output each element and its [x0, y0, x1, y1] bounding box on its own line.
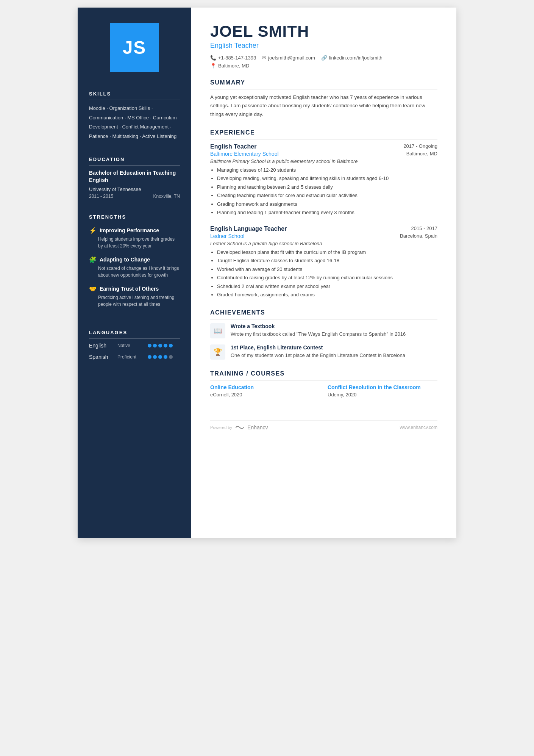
- experience-item-1: English Teacher 2017 - Ongoing Baltimore…: [210, 143, 437, 216]
- linkedin-text: linkedin.com/in/joelsmith: [329, 55, 383, 61]
- education-section: EDUCATION Bachelor of Education in Teach…: [78, 149, 191, 207]
- dot: [153, 355, 157, 359]
- lang-name-english: English: [89, 343, 117, 349]
- achievement-2: 🏆 1st Place, English Literature Contest …: [210, 344, 437, 360]
- book-icon: 📖: [210, 323, 225, 338]
- dot-empty: [169, 355, 173, 359]
- dot: [148, 355, 151, 359]
- lang-name-spanish: Spanish: [89, 354, 117, 360]
- dot: [164, 355, 167, 359]
- bullet: Planning and leading 1 parent-teacher me…: [217, 209, 437, 216]
- contact-row: 📞 +1-885-147-1393 ✉ joelsmith@gmail.com …: [210, 55, 437, 61]
- bullet: Grading homework and assignments: [217, 200, 437, 208]
- location-icon: 📍: [210, 63, 216, 69]
- enhancv-logo-icon: [235, 424, 244, 430]
- achievement-1: 📖 Wrote a Textbook Wrote my first textbo…: [210, 323, 437, 338]
- dot: [153, 344, 157, 347]
- strength-name-2: Adapting to Change: [100, 257, 150, 263]
- exp-bullets-1: Managing classes of 12-20 students Devel…: [210, 166, 437, 216]
- dot: [164, 344, 167, 347]
- bullet: Developed lesson plans that fit with the…: [217, 249, 437, 256]
- bullet: Planning and teaching between 2 and 5 cl…: [217, 183, 437, 191]
- exp-company-row-2: Ledner School Barcelona, Spain: [210, 233, 437, 239]
- lang-level-spanish: Proficient: [117, 354, 148, 360]
- bullet: Graded homework, assignments, and exams: [217, 291, 437, 299]
- contact-phone: 📞 +1-885-147-1393: [210, 55, 256, 61]
- ach-title-2: 1st Place, English Literature Contest: [231, 344, 405, 351]
- puzzle-icon: 🧩: [89, 256, 97, 263]
- lang-level-english: Native: [117, 343, 148, 348]
- edu-school: University of Tennessee: [89, 186, 180, 192]
- dot: [158, 355, 162, 359]
- trophy-icon: 🏆: [210, 344, 225, 360]
- location-row: 📍 Baltimore, MD: [210, 63, 437, 69]
- strength-desc-3: Practicing active listening and treating…: [89, 294, 180, 308]
- achievements-section: ACHIEVEMENTS 📖 Wrote a Textbook Wrote my…: [210, 309, 437, 360]
- ach-title-1: Wrote a Textbook: [231, 323, 406, 329]
- achievements-title: ACHIEVEMENTS: [210, 309, 437, 319]
- exp-location-1: Baltimore, MD: [406, 151, 437, 157]
- avatar: JS: [110, 23, 159, 72]
- handshake-icon: 🤝: [89, 285, 97, 293]
- strength-title-2: 🧩 Adapting to Change: [89, 256, 180, 263]
- exp-title-1: English Teacher: [210, 143, 256, 150]
- summary-title: SUMMARY: [210, 79, 437, 89]
- strength-title-3: 🤝 Earning Trust of Others: [89, 285, 180, 293]
- ach-desc-2: One of my students won 1st place at the …: [231, 352, 405, 359]
- edu-years: 2011 - 2015: [89, 194, 113, 199]
- ach-content-2: 1st Place, English Literature Contest On…: [231, 344, 405, 359]
- ach-content-1: Wrote a Textbook Wrote my first textbook…: [231, 323, 406, 338]
- skills-section: SKILLS Moodle · Organization Skills · Co…: [78, 83, 191, 149]
- bullet: Worked with an average of 20 students: [217, 266, 437, 273]
- education-title: EDUCATION: [89, 157, 180, 166]
- strength-item-1: ⚡ Improving Performance Helping students…: [89, 227, 180, 249]
- languages-section: LANGUAGES English Native Spanish Profici…: [78, 322, 191, 373]
- exp-company-1: Baltimore Elementary School: [210, 151, 279, 157]
- sidebar: JS SKILLS Moodle · Organization Skills ·…: [78, 8, 191, 538]
- exp-dates-1: 2017 - Ongoing: [403, 143, 437, 149]
- training-section: TRAINING / COURSES Online Education eCor…: [210, 370, 437, 398]
- footer-brand: Powered by Enhancv: [210, 424, 268, 430]
- dot: [169, 344, 173, 347]
- powered-by-text: Powered by: [210, 425, 232, 430]
- avatar-container: JS: [78, 8, 191, 83]
- edu-dates: 2011 - 2015 Knoxville, TN: [89, 194, 180, 199]
- main-content: JOEL SMITH English Teacher 📞 +1-885-147-…: [191, 8, 456, 538]
- strength-item-2: 🧩 Adapting to Change Not scared of chang…: [89, 256, 180, 279]
- contact-email: ✉ joelsmith@gmail.com: [262, 55, 315, 61]
- training-name-2: Conflict Resolution in the Classroom: [328, 384, 437, 390]
- exp-dates-2: 2015 - 2017: [411, 225, 437, 231]
- lang-dots-english: [148, 344, 173, 347]
- email-icon: ✉: [262, 55, 266, 61]
- phone-icon: 📞: [210, 55, 216, 61]
- candidate-name: JOEL SMITH: [210, 23, 437, 40]
- phone-text: +1-885-147-1393: [218, 55, 256, 61]
- exp-company-row-1: Baltimore Elementary School Baltimore, M…: [210, 151, 437, 157]
- email-text: joelsmith@gmail.com: [268, 55, 315, 61]
- strength-desc-2: Not scared of change as I know it brings…: [89, 265, 180, 279]
- exp-title-2: English Language Teacher: [210, 225, 287, 232]
- lang-dots-spanish: [148, 355, 173, 359]
- summary-text: A young yet exceptionally motivated Engl…: [210, 93, 437, 119]
- strength-name-1: Improving Performance: [100, 227, 159, 233]
- footer: Powered by Enhancv www.enhancv.com: [210, 420, 437, 430]
- strength-name-3: Earning Trust of Others: [100, 286, 159, 292]
- training-name-1: Online Education: [210, 384, 320, 390]
- exp-company-2: Ledner School: [210, 233, 244, 239]
- experience-section: EXPERIENCE English Teacher 2017 - Ongoin…: [210, 129, 437, 299]
- strength-item-3: 🤝 Earning Trust of Others Practicing act…: [89, 285, 180, 308]
- strength-title-1: ⚡ Improving Performance: [89, 227, 180, 234]
- training-detail-1: eCornell, 2020: [210, 392, 320, 398]
- experience-title: EXPERIENCE: [210, 129, 437, 139]
- experience-item-2: English Language Teacher 2015 - 2017 Led…: [210, 225, 437, 299]
- bullet: Managing classes of 12-20 students: [217, 166, 437, 174]
- summary-section: SUMMARY A young yet exceptionally motiva…: [210, 79, 437, 119]
- training-item-2: Conflict Resolution in the Classroom Ude…: [328, 384, 437, 398]
- languages-title: LANGUAGES: [89, 330, 180, 339]
- language-spanish: Spanish Proficient: [89, 354, 180, 360]
- edu-degree: Bachelor of Education in Teaching Englis…: [89, 169, 180, 184]
- link-icon: 🔗: [321, 55, 327, 61]
- ach-desc-1: Wrote my first textbook called "The Ways…: [231, 330, 406, 338]
- lightning-icon: ⚡: [89, 227, 97, 234]
- exp-description-2: Ledner School is a private high school i…: [210, 241, 437, 246]
